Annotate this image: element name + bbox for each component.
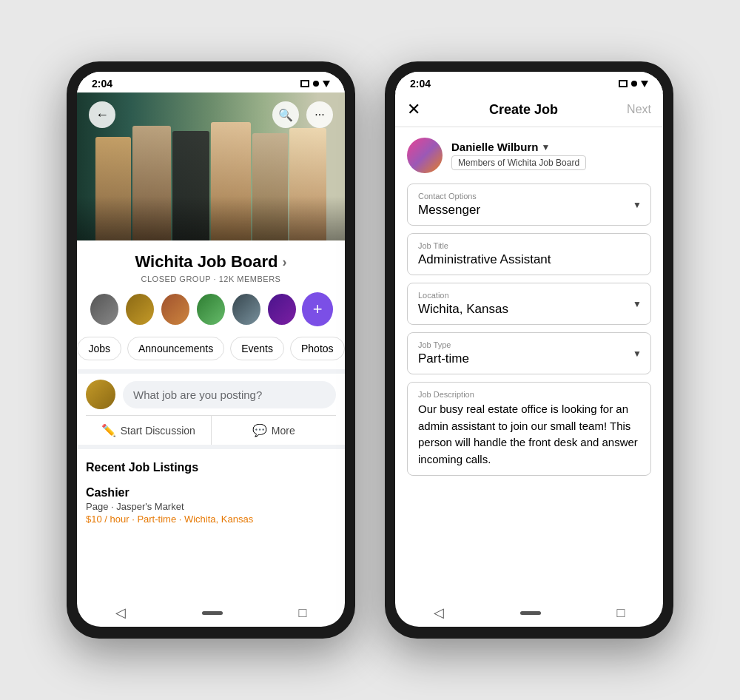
- poster-avatar: [407, 138, 443, 173]
- signal-dot-icon-2: [631, 81, 637, 87]
- job-company: Page · Jasper's Market: [86, 501, 336, 512]
- avatar-3: [160, 292, 191, 326]
- status-icons-2: [619, 80, 648, 87]
- phone-2-screen: 2:04 ✕ Create Job Next Danielle Wilburn: [395, 72, 663, 627]
- add-member-button[interactable]: +: [302, 292, 333, 326]
- group-name-chevron-icon: ›: [282, 255, 286, 270]
- status-bar-2: 2:04: [395, 72, 663, 92]
- job-type-value: Part-time: [418, 351, 640, 366]
- job-description-label: Job Description: [418, 390, 640, 399]
- phone-1-screen: 2:04: [77, 72, 345, 627]
- post-input[interactable]: What job are you posting?: [123, 381, 336, 408]
- tab-jobs[interactable]: Jobs: [77, 337, 121, 360]
- avatar-6: [266, 292, 297, 326]
- scene: 2:04: [37, 32, 703, 668]
- job-title-field[interactable]: Job Title Administrative Assistant: [407, 233, 651, 275]
- nav-right-buttons: 🔍 ···: [272, 101, 333, 128]
- poster-details: Danielle Wilburn ▼ Members of Wichita Jo…: [451, 141, 586, 170]
- job-type-field[interactable]: Job Type Part-time ▼: [407, 332, 651, 374]
- job-title-value: Administrative Assistant: [418, 252, 640, 267]
- signal-dot-icon: [313, 81, 319, 87]
- wifi-icon: [323, 81, 330, 87]
- job-type-label: Job Type: [418, 340, 640, 349]
- wifi-icon-2: [641, 81, 648, 87]
- more-icon: 💬: [252, 423, 267, 437]
- tab-events[interactable]: Events: [230, 337, 284, 360]
- poster-name: Danielle Wilburn ▼: [451, 141, 586, 153]
- group-tabs: Jobs Announcements Events Photos: [89, 337, 333, 369]
- contact-options-label: Contact Options: [418, 192, 640, 201]
- member-avatars: +: [89, 292, 333, 326]
- group-name: Wichita Job Board ›: [89, 252, 333, 272]
- phone-2: 2:04 ✕ Create Job Next Danielle Wilburn: [385, 61, 673, 639]
- android-recents-icon-2[interactable]: □: [617, 605, 625, 621]
- job-type-dropdown-icon: ▼: [633, 349, 642, 359]
- more-action-button[interactable]: 💬 More: [212, 416, 337, 445]
- android-home-icon-2[interactable]: [520, 611, 541, 615]
- contact-dropdown-icon: ▼: [633, 200, 642, 210]
- cover-photo: ← 🔍 ···: [77, 92, 345, 240]
- current-user-avatar: [86, 380, 115, 409]
- avatar-5: [231, 292, 262, 326]
- battery-icon-2: [619, 80, 628, 87]
- avatar-1: [89, 292, 120, 326]
- android-nav-1: ◁ □: [77, 597, 345, 627]
- post-actions: ✏️ Start Discussion 💬 More: [86, 415, 336, 445]
- contact-options-field[interactable]: Contact Options Messenger ▼: [407, 184, 651, 226]
- location-label: Location: [418, 291, 640, 300]
- job-title-label: Job Title: [418, 241, 640, 250]
- more-button[interactable]: ···: [306, 101, 333, 128]
- back-button[interactable]: ←: [89, 101, 115, 128]
- android-nav-2: ◁ □: [395, 597, 663, 627]
- job-description-value: Our busy real estate office is looking f…: [418, 401, 640, 468]
- poster-info: Danielle Wilburn ▼ Members of Wichita Jo…: [395, 127, 663, 184]
- job-description-field[interactable]: Job Description Our busy real estate off…: [407, 382, 651, 476]
- post-box-area: What job are you posting?: [77, 369, 345, 415]
- android-home-icon[interactable]: [202, 611, 223, 615]
- tab-announcements[interactable]: Announcements: [127, 337, 224, 360]
- location-field[interactable]: Location Wichita, Kansas ▼: [407, 283, 651, 325]
- android-recents-icon[interactable]: □: [299, 605, 307, 621]
- android-back-icon[interactable]: ◁: [115, 605, 126, 621]
- job-listing-title: Cashier: [86, 486, 336, 499]
- location-value: Wichita, Kansas: [418, 302, 640, 317]
- create-job-header: ✕ Create Job Next: [395, 92, 663, 127]
- group-info: Wichita Job Board › CLOSED GROUP · 12K M…: [77, 240, 345, 369]
- discuss-icon: ✏️: [101, 423, 116, 437]
- android-back-icon-2[interactable]: ◁: [434, 605, 444, 621]
- battery-icon: [300, 80, 309, 87]
- job-listing-item[interactable]: Cashier Page · Jasper's Market $10 / hou…: [86, 483, 336, 534]
- recent-section: Recent Job Listings Cashier Page · Jaspe…: [77, 445, 345, 539]
- poster-scope[interactable]: Members of Wichita Job Board: [451, 155, 586, 170]
- status-icons-1: [300, 80, 330, 87]
- create-job-title: Create Job: [489, 102, 558, 118]
- avatar-4: [195, 292, 226, 326]
- next-button[interactable]: Next: [627, 103, 651, 116]
- group-meta: CLOSED GROUP · 12K MEMBERS: [89, 275, 333, 283]
- status-bar-1: 2:04: [77, 72, 345, 92]
- time-1: 2:04: [92, 78, 112, 90]
- tab-photos[interactable]: Photos: [290, 337, 345, 360]
- nav-overlay: ← 🔍 ···: [77, 92, 345, 137]
- search-button[interactable]: 🔍: [272, 101, 299, 128]
- time-2: 2:04: [410, 78, 431, 90]
- contact-options-value: Messenger: [418, 203, 640, 218]
- poster-caret-icon: ▼: [541, 142, 550, 152]
- form-fields: Contact Options Messenger ▼ Job Title Ad…: [395, 184, 663, 483]
- recent-title: Recent Job Listings: [86, 461, 336, 474]
- location-dropdown-icon: ▼: [633, 299, 642, 309]
- close-button[interactable]: ✕: [407, 100, 420, 119]
- avatar-2: [124, 292, 155, 326]
- start-discussion-button[interactable]: ✏️ Start Discussion: [86, 416, 212, 445]
- job-detail: $10 / hour · Part-time · Wichita, Kansas: [86, 514, 336, 525]
- phone-1: 2:04: [67, 61, 355, 639]
